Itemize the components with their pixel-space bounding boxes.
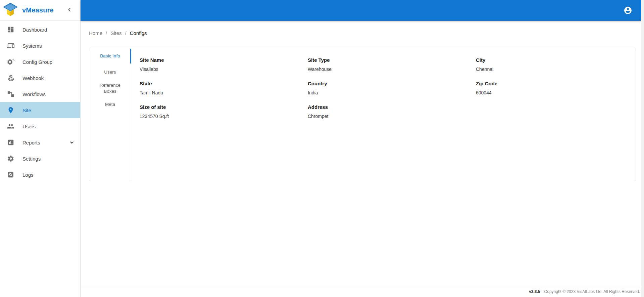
dashboard-icon xyxy=(7,26,15,34)
tab-reference-boxes[interactable]: Reference Boxes xyxy=(89,80,131,96)
field-label: Country xyxy=(308,81,467,86)
brand-name: vMeasure xyxy=(22,6,54,14)
main-area: Home / Sites / Configs Basic Info Users … xyxy=(81,0,644,297)
field-value: Visailabs xyxy=(140,67,299,72)
field-address: Address Chrompet xyxy=(299,104,467,119)
field-country: Country India xyxy=(299,81,467,96)
field-value: Tamil Nadu xyxy=(140,90,299,96)
breadcrumb-link-sites[interactable]: Sites xyxy=(110,30,121,36)
webhook-icon xyxy=(7,74,15,82)
vmeasure-cube-logo-icon xyxy=(3,2,18,18)
sidebar-collapse-button[interactable] xyxy=(65,6,73,14)
systems-icon xyxy=(7,42,15,50)
tab-basic-info[interactable]: Basic Info xyxy=(89,48,131,64)
sidebar: vMeasure Dashboard Systems xyxy=(0,0,81,297)
field-label: City xyxy=(476,57,636,63)
topbar xyxy=(81,0,644,21)
sidebar-item-site[interactable]: Site xyxy=(0,102,80,118)
breadcrumb-separator: / xyxy=(106,30,107,36)
field-value: 1234570 Sq.ft xyxy=(140,114,299,119)
field-size-of-site: Size of site 1234570 Sq.ft xyxy=(131,104,299,119)
sidebar-item-config-group[interactable]: Config Group xyxy=(0,54,80,70)
logs-search-icon xyxy=(7,171,15,179)
field-value: Warehouse xyxy=(308,67,467,72)
field-label: Site Type xyxy=(308,57,467,63)
basic-info-panel: Site Name Visailabs Site Type Warehouse … xyxy=(131,48,636,181)
sidebar-item-dashboard[interactable]: Dashboard xyxy=(0,22,80,38)
field-label: Zip Code xyxy=(476,81,636,86)
field-state: State Tamil Nadu xyxy=(131,81,299,96)
field-label: State xyxy=(140,81,299,86)
field-zip-code: Zip Code 600044 xyxy=(467,81,636,96)
content-area: Home / Sites / Configs Basic Info Users … xyxy=(81,21,644,286)
location-pin-icon xyxy=(7,106,15,114)
sidebar-header: vMeasure xyxy=(0,0,80,21)
site-config-card: Basic Info Users Reference Boxes Meta Si… xyxy=(89,48,636,181)
field-label: Size of site xyxy=(140,104,299,110)
tab-users[interactable]: Users xyxy=(89,64,131,80)
footer-version: v3.3.5 xyxy=(529,289,540,294)
breadcrumb-separator: / xyxy=(125,30,127,36)
chevron-left-icon xyxy=(66,7,72,14)
field-city: City Chennai xyxy=(467,57,636,72)
sidebar-item-workflows[interactable]: Workflows xyxy=(0,86,80,102)
sidebar-item-webhook[interactable]: Webhook xyxy=(0,70,80,86)
field-site-type: Site Type Warehouse xyxy=(299,57,467,72)
footer-copyright: Copyright © 2023 VisAILabs Ltd. All Righ… xyxy=(544,289,640,294)
account-circle-icon xyxy=(624,6,632,15)
scrollbar-track[interactable] xyxy=(641,0,644,297)
tab-meta[interactable]: Meta xyxy=(89,96,131,113)
vertical-tabs: Basic Info Users Reference Boxes Meta xyxy=(89,48,131,181)
account-button[interactable] xyxy=(624,6,632,15)
sidebar-item-systems[interactable]: Systems xyxy=(0,38,80,54)
app-root: vMeasure Dashboard Systems xyxy=(0,0,644,297)
footer: v3.3.5 Copyright © 2023 VisAILabs Ltd. A… xyxy=(81,286,644,297)
field-value: Chrompet xyxy=(308,114,467,119)
breadcrumb: Home / Sites / Configs xyxy=(89,30,644,36)
sidebar-item-logs[interactable]: Logs xyxy=(0,167,80,183)
breadcrumb-current-configs: Configs xyxy=(130,30,147,36)
field-label: Site Name xyxy=(140,57,299,63)
sidebar-item-reports[interactable]: Reports xyxy=(0,134,80,151)
sidebar-item-settings[interactable]: Settings xyxy=(0,151,80,167)
sidebar-nav: Dashboard Systems Config Group Webhook xyxy=(0,21,80,297)
field-value: Chennai xyxy=(476,67,636,72)
workflows-icon xyxy=(7,90,15,98)
settings-gear-icon xyxy=(7,155,15,163)
field-value: India xyxy=(308,90,467,96)
users-icon xyxy=(7,122,15,130)
reports-icon xyxy=(7,138,15,146)
config-group-icon xyxy=(7,58,15,66)
sidebar-item-users[interactable]: Users xyxy=(0,118,80,134)
chevron-down-icon xyxy=(69,139,75,145)
field-label: Address xyxy=(308,104,467,110)
field-value: 600044 xyxy=(476,90,636,96)
breadcrumb-link-home[interactable]: Home xyxy=(89,30,102,36)
field-site-name: Site Name Visailabs xyxy=(131,57,299,72)
